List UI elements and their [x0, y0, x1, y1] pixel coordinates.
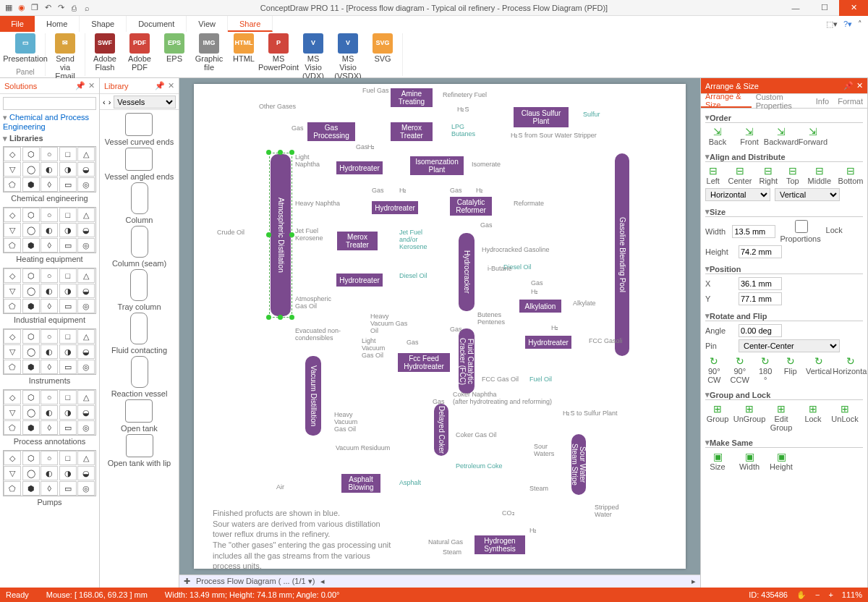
shape-cell[interactable]: □	[59, 451, 77, 465]
pin-icon[interactable]: 📌	[843, 81, 854, 90]
qat-search-icon[interactable]: ⌕	[81, 2, 93, 14]
shape-cell[interactable]: ⬢	[22, 177, 40, 192]
shape-cell[interactable]: ◑	[59, 223, 77, 237]
send-email-button[interactable]: ✉Send via Email	[50, 33, 80, 80]
shape-cell[interactable]: ○	[41, 147, 58, 161]
section-same[interactable]: Make Same	[705, 438, 863, 448]
shape-cell[interactable]: ⬢	[22, 360, 40, 374]
back-button[interactable]: ⇲Back	[705, 126, 730, 146]
shape-cell[interactable]: ○	[41, 208, 58, 222]
node-hydro1[interactable]: Hydrotreater	[336, 161, 383, 174]
shape-cell[interactable]: ⬡	[22, 451, 40, 465]
shape-cell[interactable]: ⬡	[22, 329, 40, 344]
qat-undo-icon[interactable]: ↶	[42, 2, 54, 14]
presentation-button[interactable]: ▭Presentation	[10, 33, 41, 68]
shape-cell[interactable]: ◯	[22, 405, 40, 420]
node-vacuum[interactable]: Vacuum Distillation	[305, 356, 321, 436]
unlock-button[interactable]: ⊞UnLock	[833, 403, 857, 432]
shape-cell[interactable]: ▭	[59, 420, 77, 435]
node-amine[interactable]: Amine Treating	[391, 88, 433, 107]
qat-print-icon[interactable]: ⎙	[68, 2, 80, 14]
shape-cell[interactable]: □	[59, 147, 77, 161]
scroll-right-icon[interactable]: ▸	[692, 577, 696, 586]
zoom-in-icon[interactable]: +	[828, 590, 833, 599]
shape-cell[interactable]: ◇	[4, 390, 21, 404]
selection-handle[interactable]	[289, 150, 294, 155]
qat-new-icon[interactable]: ▦	[3, 2, 14, 14]
maximize-button[interactable]: ☐	[810, 0, 839, 16]
shape-cell[interactable]: ⬢	[22, 420, 40, 435]
--button[interactable]: ↻180 °	[757, 355, 775, 384]
qat-save-icon[interactable]: ◉	[16, 2, 27, 14]
shape-cell[interactable]: △	[77, 451, 95, 465]
shape-cell[interactable]: △	[77, 268, 95, 283]
selection-handle[interactable]	[266, 315, 271, 320]
shape-cell[interactable]: ▭	[59, 238, 77, 253]
edit-group-button[interactable]: ⊞Edit Group	[769, 403, 793, 432]
shape-cell[interactable]: ◊	[41, 177, 58, 192]
shape-cell[interactable]: ◐	[41, 162, 58, 177]
shape-cell[interactable]: ⬠	[4, 238, 21, 253]
shape-cell[interactable]: ◊	[41, 481, 58, 496]
height-input[interactable]	[739, 245, 782, 258]
shape-cell[interactable]: ⬡	[22, 208, 40, 222]
shape-cell[interactable]: ◇	[4, 268, 21, 283]
file-tab[interactable]: File	[0, 16, 35, 32]
section-rotate[interactable]: Rotate and Flip	[705, 311, 863, 321]
node-asphalt[interactable]: Asphalt Blowing	[341, 474, 380, 493]
center-button[interactable]: ⊟Center	[728, 165, 752, 185]
shape-cell[interactable]: ◊	[41, 299, 58, 313]
shape-cell[interactable]: ⬢	[22, 238, 40, 253]
shape-cell[interactable]: □	[59, 208, 77, 222]
selection-handle[interactable]	[266, 150, 271, 155]
shape-cell[interactable]: ▽	[4, 344, 21, 359]
node-catref[interactable]: Catalytic Reformer	[450, 197, 492, 216]
export-graphic-file[interactable]: IMGGraphic file	[194, 33, 224, 80]
node-hsyn[interactable]: Hydrogen Synthesis	[475, 535, 525, 554]
lock-proportions[interactable]	[780, 220, 823, 233]
shape-cell[interactable]: △	[77, 147, 95, 161]
node-hydro3[interactable]: Hydrotreater	[336, 274, 383, 287]
shape-cell[interactable]: ▽	[4, 223, 21, 237]
section-position[interactable]: Position	[705, 264, 863, 274]
export-html[interactable]: HTMLHTML	[229, 33, 259, 80]
zoom-out-icon[interactable]: −	[815, 590, 820, 599]
solutions-search[interactable]	[3, 97, 96, 110]
selection-handle[interactable]	[266, 232, 271, 237]
flip-button[interactable]: ↻Flip	[781, 355, 799, 384]
shape-cell[interactable]: ◐	[41, 344, 58, 359]
shape-cell[interactable]: ◐	[41, 405, 58, 420]
export-adobe-pdf[interactable]: PDFAdobe PDF	[124, 33, 155, 80]
export-adobe-flash[interactable]: SWFAdobe Flash	[90, 33, 120, 80]
shape-cell[interactable]: ⬠	[4, 481, 21, 496]
shape-cell[interactable]: ◇	[4, 208, 21, 222]
subtab-format[interactable]: Format	[833, 94, 867, 108]
shape-cell[interactable]: ⬡	[22, 147, 40, 161]
shape-cell[interactable]: ◎	[77, 360, 95, 374]
shape-cell[interactable]: ▭	[59, 299, 77, 313]
shape-cell[interactable]: ◯	[22, 162, 40, 177]
shape-cell[interactable]: △	[77, 329, 95, 344]
section-align[interactable]: Align and Distribute	[705, 152, 863, 162]
qat-copy-icon[interactable]: ❐	[29, 2, 41, 14]
settings-icon[interactable]: ⬚▾	[826, 20, 838, 29]
library-item[interactable]: Open tank	[121, 399, 158, 433]
shape-cell[interactable]: ◐	[41, 466, 58, 480]
section-size[interactable]: Size	[705, 207, 863, 217]
close-icon[interactable]: ✕	[88, 81, 95, 90]
shape-cell[interactable]: ◑	[59, 466, 77, 480]
export-svg[interactable]: SVGSVG	[367, 33, 398, 80]
collapse-ribbon-icon[interactable]: ˄	[858, 20, 862, 29]
shape-cell[interactable]: ◎	[77, 420, 95, 435]
node-claus[interactable]: Claus Sulfur Plant	[514, 107, 569, 127]
library-item[interactable]: Fluid contacting	[111, 313, 167, 355]
node-alk[interactable]: Alkylation	[519, 300, 561, 313]
-ccw-button[interactable]: ↻90° CCW	[731, 355, 749, 384]
export-ms-visio-vdx-[interactable]: VMS Visio (VDX)	[298, 33, 328, 80]
scroll-left-icon[interactable]: ◂	[320, 577, 325, 586]
export-ms-powerpoint[interactable]: PMS PowerPoint	[263, 33, 294, 80]
section-order[interactable]: Order	[705, 113, 863, 123]
shape-cell[interactable]: ◯	[22, 223, 40, 237]
add-page-icon[interactable]: ✚	[184, 577, 190, 586]
x-input[interactable]	[739, 277, 782, 290]
